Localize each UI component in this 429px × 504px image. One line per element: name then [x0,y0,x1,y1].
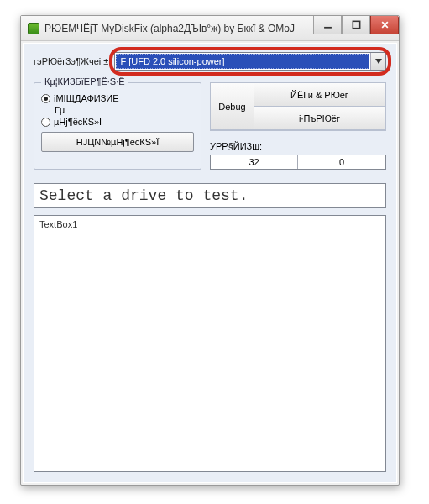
radio-option-1b: Гµ [41,105,194,115]
minimize-icon [323,20,332,29]
client-area: гэРЮёг3э¶Жчеі ±: F [UFD 2.0 silicon-powe… [23,43,397,483]
drive-selected-value: F [UFD 2.0 silicon-power] [116,54,369,69]
debug-button[interactable]: Debug [210,82,254,130]
maximize-icon [352,20,361,29]
scan-fix-button[interactable]: ЙЁГи & РЮёг [254,82,385,107]
radio-option-2-label: µНј¶ёсКЅ»Ї [54,117,102,127]
chevron-down-icon [375,59,382,64]
dropdown-arrow[interactable] [370,53,385,70]
drive-row: гэРЮёг3э¶Жчеі ±: F [UFD 2.0 silicon-powe… [34,52,386,71]
close-icon [380,20,390,29]
app-window: РЮЕМЧЁјТ MyDiskFix (alpha2ДЪІв°ж) by Бкк… [20,15,400,486]
stats-table: 32 0 [210,155,386,170]
mode-group-title: Кµ¦КИЗБїЕР¶Ё·S·Ё [41,76,128,87]
radio-option-1[interactable]: іМІЩДАФИЗИЕ [41,93,194,103]
stats-right: 0 [298,155,385,169]
action-buttons: Debug ЙЁГи & РЮёг і·ПъРЮёг [210,82,386,131]
undo-fix-button[interactable]: і·ПъРЮёг [254,106,385,130]
stats-left: 32 [211,155,298,169]
drive-select-wrap: F [UFD 2.0 silicon-power] [114,52,386,71]
radio-icon [41,94,50,103]
titlebar[interactable]: РЮЕМЧЁјТ MyDiskFix (alpha2ДЪІв°ж) by Бкк… [21,16,399,41]
maximize-button[interactable] [342,16,370,34]
app-icon [28,23,39,34]
mode-group: Кµ¦КИЗБїЕР¶Ё·S·Ё іМІЩДАФИЗИЕ Гµ µНј¶ёсКЅ… [34,82,201,170]
options-row: Кµ¦КИЗБїЕР¶Ё·S·Ё іМІЩДАФИЗИЕ Гµ µНј¶ёсКЅ… [34,82,386,170]
radio-icon [41,118,50,127]
stats-label: УРР§ЙИЗш: [210,141,386,151]
window-controls [313,16,399,34]
drive-select[interactable]: F [UFD 2.0 silicon-power] [114,52,386,71]
status-box: Select a drive to test. [34,183,386,208]
drive-label: гэРЮёг3э¶Жчеі ±: [34,56,111,66]
svg-rect-1 [353,21,359,28]
window-title: РЮЕМЧЁјТ MyDiskFix (alpha2ДЪІв°ж) by Бкк… [44,23,295,34]
right-column: Debug ЙЁГи & РЮёг і·ПъРЮёг УРР§ЙИЗш: 32 … [210,82,386,170]
close-button[interactable] [370,16,399,34]
radio-option-2[interactable]: µНј¶ёсКЅ»Ї [41,117,194,127]
log-textbox[interactable]: TextBox1 [34,215,386,472]
radio-option-1-label: іМІЩДАФИЗИЕ [54,93,119,103]
minimize-button[interactable] [313,16,342,34]
run-button[interactable]: НЈЦN№µНј¶ёсКЅ»Ї [41,132,194,152]
